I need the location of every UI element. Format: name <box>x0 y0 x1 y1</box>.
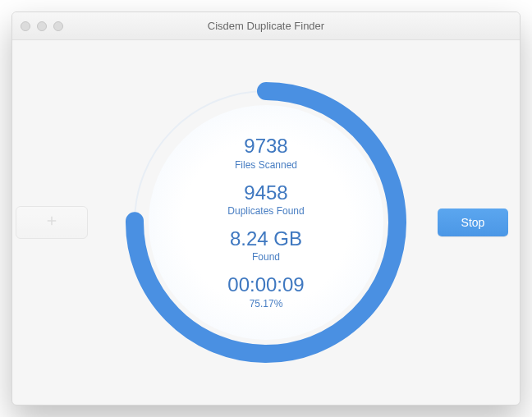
stop-button[interactable]: Stop <box>438 208 508 236</box>
files-scanned-value: 9738 <box>235 135 297 157</box>
percent-label: 75.17% <box>227 298 304 309</box>
duplicates-found-label: Duplicates Found <box>227 205 304 217</box>
window-title: Cisdem Duplicate Finder <box>12 20 520 32</box>
size-found-value: 8.24 GB <box>230 228 302 250</box>
window-controls <box>21 21 63 31</box>
stat-files-scanned: 9738 Files Scanned <box>235 135 297 170</box>
progress-ring: 9738 Files Scanned 9458 Duplicates Found… <box>118 75 414 370</box>
elapsed-value: 00:00:09 <box>227 274 304 296</box>
plus-icon <box>44 213 59 231</box>
stat-duplicates-found: 9458 Duplicates Found <box>227 182 304 217</box>
add-folder-button[interactable] <box>16 206 88 239</box>
app-window: Cisdem Duplicate Finder 9738 Files Scann… <box>11 11 521 406</box>
close-icon[interactable] <box>21 21 30 31</box>
content-area: 9738 Files Scanned 9458 Duplicates Found… <box>12 40 520 405</box>
progress-inner: 9738 Files Scanned 9458 Duplicates Found… <box>149 105 383 340</box>
size-found-label: Found <box>230 251 302 263</box>
minimize-icon[interactable] <box>37 21 47 31</box>
titlebar: Cisdem Duplicate Finder <box>12 12 520 40</box>
zoom-icon[interactable] <box>53 21 63 31</box>
files-scanned-label: Files Scanned <box>235 159 297 171</box>
duplicates-found-value: 9458 <box>227 182 304 204</box>
stat-size-found: 8.24 GB Found <box>230 228 302 263</box>
stat-elapsed: 00:00:09 75.17% <box>227 274 304 309</box>
